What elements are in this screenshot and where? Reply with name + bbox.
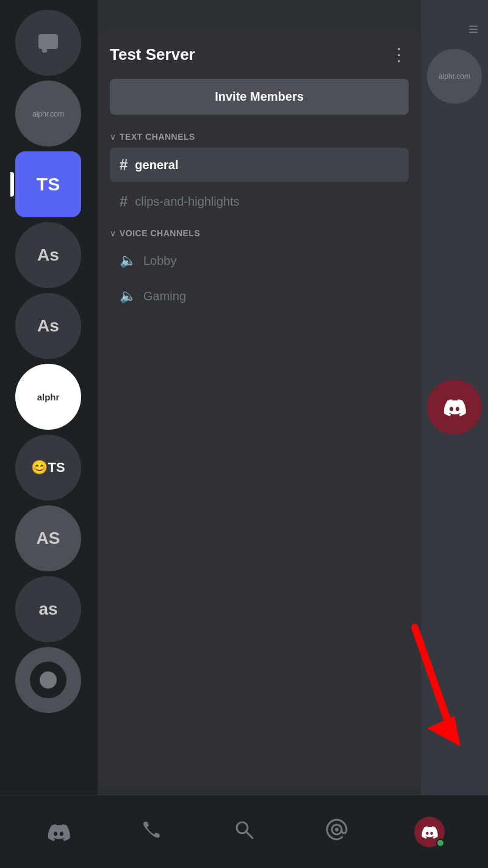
speaker-icon-lobby: 🔈	[120, 253, 136, 269]
svg-rect-0	[38, 34, 58, 49]
channel-name-general: general	[135, 158, 178, 172]
voice-channels-section: ∨ VOICE CHANNELS 🔈 Lobby 🔈 Gaming	[110, 228, 409, 313]
profile-avatar[interactable]	[414, 817, 445, 847]
right-panel: ≡ alphr.com	[421, 0, 488, 868]
ts-label: TS	[37, 174, 60, 195]
channel-item-gaming[interactable]: 🔈 Gaming	[110, 280, 409, 313]
friends-icon	[139, 817, 163, 847]
circle-a-dot	[40, 671, 57, 689]
alphr-label-1: alphr.com	[32, 109, 64, 118]
nav-item-mentions[interactable]	[290, 817, 383, 847]
server-name: Test Server	[110, 45, 195, 64]
text-channels-chevron: ∨	[110, 132, 116, 142]
speaker-icon-gaming: 🔈	[120, 288, 136, 304]
hamburger-icon[interactable]: ≡	[468, 20, 488, 39]
app-container: alphr.com TS As As alphr 😊TS AS as	[0, 0, 488, 868]
text-channels-label: TEXT CHANNELS	[120, 132, 195, 142]
sidebar-item-as-uppercase[interactable]: AS	[15, 505, 81, 571]
server-sidebar: alphr.com TS As As alphr 😊TS AS as	[0, 0, 96, 812]
text-channels-header[interactable]: ∨ TEXT CHANNELS	[110, 132, 409, 142]
right-discord-avatar	[427, 380, 482, 435]
nav-item-discord[interactable]	[12, 817, 105, 847]
circle-a-inner	[30, 662, 66, 698]
voice-channels-chevron: ∨	[110, 228, 116, 238]
sidebar-item-as-1[interactable]: As	[15, 222, 81, 288]
sidebar-item-as-2[interactable]: As	[15, 293, 81, 359]
bottom-nav	[0, 795, 488, 868]
voice-channels-header[interactable]: ∨ VOICE CHANNELS	[110, 228, 409, 238]
text-channels-section: ∨ TEXT CHANNELS # general # clips-and-hi…	[110, 132, 409, 219]
nav-item-profile[interactable]	[383, 817, 476, 847]
channel-item-general[interactable]: # general	[110, 148, 409, 182]
as1-label: As	[37, 245, 59, 265]
right-alphr-label: alphr.com	[436, 70, 473, 83]
hash-icon-clips: #	[120, 193, 127, 210]
svg-rect-1	[42, 48, 47, 52]
sidebar-item-emoji-ts[interactable]: 😊TS	[15, 435, 81, 501]
sidebar-item-as-lowercase[interactable]: as	[15, 576, 81, 642]
channel-item-clips[interactable]: # clips-and-highlights	[110, 184, 409, 219]
channel-name-lobby: Lobby	[143, 254, 177, 268]
online-indicator	[436, 839, 445, 847]
voice-channels-label: VOICE CHANNELS	[120, 228, 200, 238]
nav-item-friends[interactable]	[105, 817, 198, 847]
server-header: Test Server ⋮	[110, 45, 409, 64]
more-options-button[interactable]: ⋮	[390, 46, 409, 63]
invite-members-button[interactable]: Invite Members	[110, 79, 409, 115]
hash-icon-general: #	[120, 156, 127, 173]
sidebar-item-ts[interactable]: TS	[15, 151, 81, 217]
active-indicator	[10, 172, 14, 197]
sidebar-item-circle-a[interactable]	[15, 647, 81, 713]
mentions-icon	[325, 817, 349, 847]
svg-line-5	[246, 831, 253, 838]
right-avatar-alphr: alphr.com	[427, 49, 482, 104]
sidebar-item-alphr-1[interactable]: alphr.com	[15, 81, 81, 146]
channel-panel-inner: Test Server ⋮ Invite Members ∨ TEXT CHAN…	[98, 31, 421, 335]
as-lowercase-label: as	[38, 599, 57, 619]
as-uppercase-label: AS	[37, 529, 60, 548]
channel-name-gaming: Gaming	[143, 289, 186, 303]
discord-nav-icon	[43, 817, 74, 847]
svg-point-7	[335, 828, 339, 831]
search-icon	[232, 817, 256, 847]
channel-panel: Test Server ⋮ Invite Members ∨ TEXT CHAN…	[98, 31, 421, 787]
alphr-white-label: alphr	[37, 392, 60, 402]
nav-item-search[interactable]	[198, 817, 290, 847]
emoji-ts-label: 😊TS	[31, 460, 65, 476]
as2-label: As	[37, 316, 59, 336]
channel-item-lobby[interactable]: 🔈 Lobby	[110, 244, 409, 277]
sidebar-item-alphr-2[interactable]: alphr	[15, 364, 81, 430]
channel-name-clips: clips-and-highlights	[135, 195, 239, 209]
sidebar-item-dm[interactable]	[15, 10, 81, 76]
